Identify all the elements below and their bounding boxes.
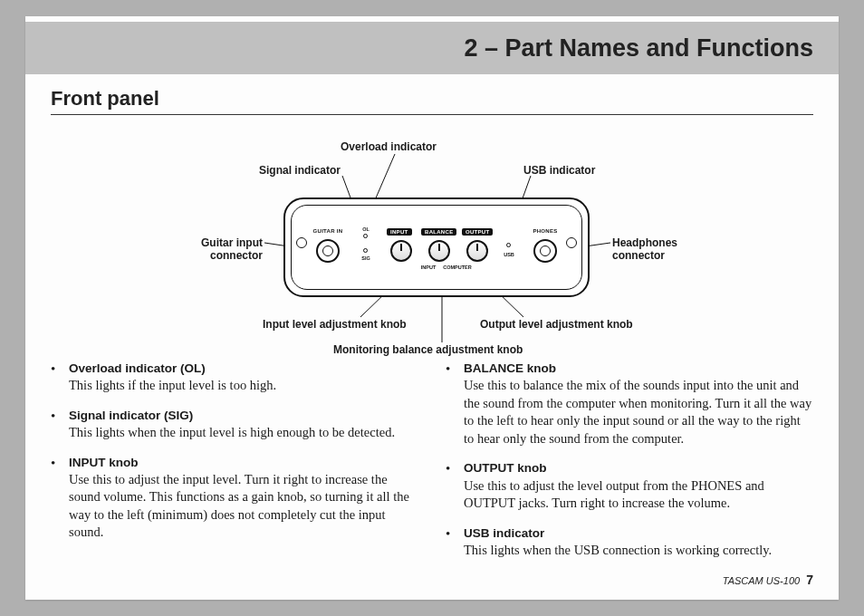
callout-phones-l2: connector (612, 249, 665, 262)
guitar-in-jack (316, 239, 340, 263)
list-item-body: Signal indicator (SIG)This lights when t… (69, 408, 418, 442)
item-title: Signal indicator (SIG) (69, 408, 418, 424)
list-item-body: Overload indicator (OL)This lights if th… (69, 361, 418, 395)
callout-input-knob: Input level adjustment knob (263, 319, 407, 332)
list-item: •Signal indicator (SIG)This lights when … (51, 408, 418, 442)
manual-page: 2 – Part Names and Functions Front panel… (25, 16, 839, 600)
callout-guitar: Guitar input connector (181, 237, 263, 263)
screw-icon (296, 237, 307, 248)
bullet-icon: • (446, 361, 456, 448)
label-usb: USB (501, 252, 517, 257)
phones-jack (533, 239, 557, 263)
item-title: INPUT knob (69, 455, 418, 471)
section: Front panel (51, 87, 813, 115)
front-panel-diagram: Overload indicator Signal indicator USB … (161, 123, 705, 359)
callout-signal: Signal indicator (250, 165, 341, 178)
output-knob (466, 240, 488, 262)
item-title: Overload indicator (OL) (69, 361, 418, 377)
list-item: •USB indicatorThis lights when the USB c… (446, 525, 813, 560)
bullet-icon: • (51, 408, 62, 442)
item-desc: This lights when the USB connection is w… (464, 542, 813, 560)
footer-page-number: 7 (806, 573, 813, 587)
list-item: •Overload indicator (OL)This lights if t… (51, 361, 418, 395)
page-footer: TASCAM US-100 7 (723, 573, 813, 587)
label-computer-sub: COMPUTER (441, 265, 474, 270)
item-title: OUTPUT knob (464, 460, 813, 476)
callout-output-knob: Output level adjustment knob (480, 319, 633, 332)
callout-phones: Headphones connector (612, 237, 677, 263)
item-desc: Use this to adjust the level output from… (464, 477, 813, 513)
item-desc: This lights when the input level is high… (69, 424, 418, 442)
callout-balance-knob: Monitoring balance adjustment knob (333, 344, 523, 357)
description-columns: •Overload indicator (OL)This lights if t… (51, 361, 813, 573)
tag-input: INPUT (387, 228, 412, 236)
chapter-title: 2 – Part Names and Functions (464, 34, 813, 63)
callout-phones-l1: Headphones (612, 236, 677, 249)
label-guitar-in: GUITAR IN (309, 228, 347, 234)
bullet-icon: • (51, 361, 62, 395)
left-column: •Overload indicator (OL)This lights if t… (51, 361, 418, 573)
led-sig (363, 248, 368, 253)
list-item-body: BALANCE knobUse this to balance the mix … (464, 361, 813, 448)
label-input-sub: INPUT (416, 265, 441, 270)
bullet-icon: • (51, 455, 62, 542)
label-sig: SIG (358, 255, 374, 261)
section-title: Front panel (51, 87, 813, 115)
list-item: •BALANCE knobUse this to balance the mix… (446, 361, 813, 448)
item-desc: Use this to balance the mix of the sound… (464, 377, 813, 448)
list-item: •INPUT knobUse this to adjust the input … (51, 455, 418, 542)
list-item-body: INPUT knobUse this to adjust the input l… (69, 455, 418, 542)
screw-icon (566, 237, 577, 248)
label-phones: PHONES (528, 228, 562, 234)
bullet-icon: • (446, 460, 456, 512)
item-desc: Use this to adjust the input level. Turn… (69, 471, 418, 542)
list-item: •OUTPUT knobUse this to adjust the level… (446, 460, 813, 512)
label-ol: OL (358, 226, 374, 232)
bullet-icon: • (446, 525, 456, 560)
led-ol (363, 234, 368, 238)
item-title: BALANCE knob (464, 361, 813, 377)
item-title: USB indicator (464, 525, 813, 542)
right-column: •BALANCE knobUse this to balance the mix… (446, 361, 813, 573)
footer-model: TASCAM US-100 (723, 575, 800, 586)
callout-usb: USB indicator (523, 165, 595, 178)
tag-balance: BALANCE (421, 228, 456, 236)
balance-knob (428, 240, 450, 262)
callout-overload: Overload indicator (341, 141, 437, 154)
led-usb (506, 243, 511, 247)
device-front-panel: GUITAR IN PHONES OL SIG INPUT BALANCE OU… (283, 197, 590, 297)
list-item-body: USB indicatorThis lights when the USB co… (464, 525, 813, 560)
callout-guitar-l1: Guitar input (201, 236, 263, 249)
item-desc: This lights if the input level is too hi… (69, 377, 418, 395)
callout-guitar-l2: connector (210, 249, 263, 262)
input-knob (390, 240, 412, 262)
tag-output: OUTPUT (462, 228, 493, 236)
list-item-body: OUTPUT knobUse this to adjust the level … (464, 460, 813, 512)
chapter-header: 2 – Part Names and Functions (25, 22, 839, 74)
